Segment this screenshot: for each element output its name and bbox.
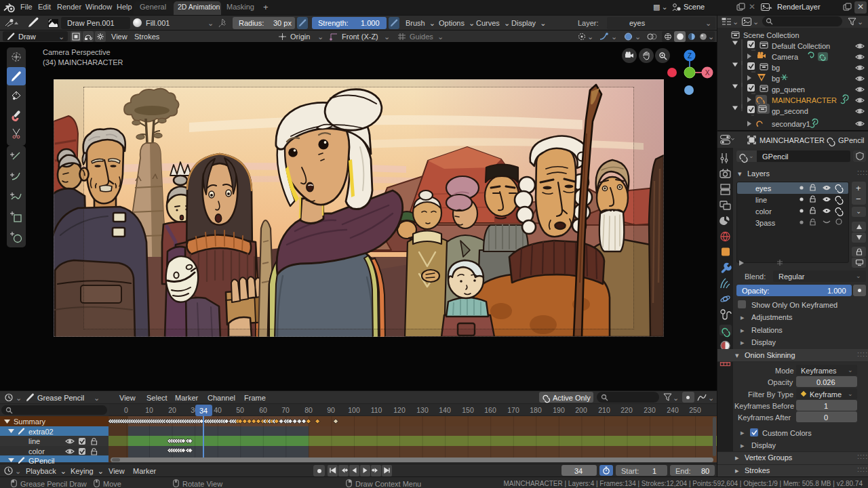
- svg-text:gp_second: gp_second: [772, 107, 808, 115]
- svg-text:Camera: Camera: [772, 53, 799, 61]
- svg-text:MAINCHARACTER: MAINCHARACTER: [772, 96, 837, 104]
- svg-text:Z: Z: [688, 52, 692, 60]
- svg-text:secondary1: secondary1: [772, 120, 810, 128]
- svg-text:Default Collection: Default Collection: [772, 42, 830, 50]
- svg-text:gp_queen: gp_queen: [772, 85, 805, 94]
- svg-text:bg: bg: [772, 75, 780, 83]
- svg-text:Scene Collection: Scene Collection: [743, 31, 800, 39]
- svg-text:bg: bg: [772, 64, 780, 72]
- svg-text:X: X: [705, 69, 710, 77]
